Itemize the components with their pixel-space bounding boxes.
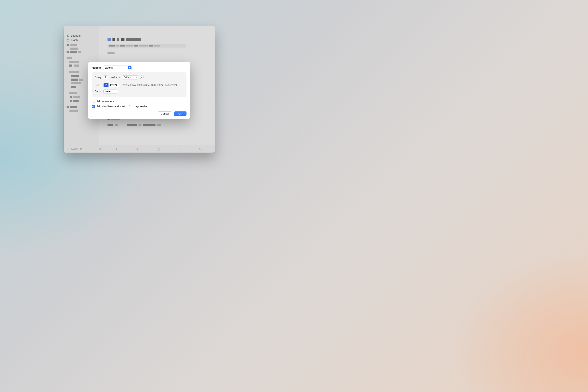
due-label: Due: [95,84,102,87]
new-list-button[interactable]: ＋ New List [64,148,99,150]
sidebar-item-trash[interactable]: Trash [64,38,99,42]
deadlines-prefix: Add deadlines and start [96,105,125,108]
sidebar-item-label: Trash [71,38,78,42]
checkbox-icon [92,105,95,108]
deadlines-suffix: days earlier [134,105,148,108]
new-list-label: New List [71,148,82,150]
every-label: Every [95,76,101,79]
bottom-toolbar: ＋ New List [64,145,215,152]
sidebar-item-label: Logbook [71,34,81,37]
ends-label: Ends: [95,90,102,93]
search-icon[interactable] [199,147,202,151]
weekday-value: Friday [124,76,131,79]
trash-icon [66,39,70,42]
add-deadlines-option[interactable]: Add deadlines and start days earlier [92,104,186,108]
calendar-icon[interactable] [156,147,160,151]
add-weekday-button[interactable]: + [140,76,144,79]
repeat-dialog: Repeat weekly Every weeks on Friday + Du… [88,62,190,119]
plus-icon: + [141,76,143,79]
repeat-frequency-select[interactable]: weekly [103,66,132,70]
every-count-input[interactable] [103,76,108,79]
checkbox-icon [92,100,95,103]
weeks-on-label: weeks on [110,76,120,79]
plus-icon: ＋ [66,148,70,150]
svg-point-3 [99,148,100,149]
chevron-up-down-icon [114,90,117,93]
sidebar-item-logbook[interactable]: Logbook [64,34,99,38]
svg-rect-6 [157,148,160,150]
ok-button[interactable]: OK [174,112,186,116]
due-day: 19 [104,83,108,87]
upcoming-dates: , 26/04/2024, 03/05/2024, 10/05/2024, 17… [121,84,184,87]
move-icon[interactable] [178,147,181,151]
logbook-icon [66,34,70,37]
add-reminders-option[interactable]: Add reminders [92,100,186,103]
settings-icon[interactable] [98,147,102,151]
svg-point-4 [100,149,100,150]
due-monthyear: 4/2024 [108,84,119,87]
chevron-up-down-icon [128,66,132,69]
weekday-select[interactable]: Friday [122,76,138,80]
add-reminders-label: Add reminders [96,100,114,103]
add-icon[interactable] [114,147,118,151]
deadlines-days-input[interactable] [126,104,132,108]
due-date-field[interactable]: 19 4/2024 [104,83,119,87]
ends-select[interactable]: never [104,90,118,94]
repeat-settings-panel: Every weeks on Friday + Due: 19 4/2024 ,… [92,72,186,97]
repeat-label: Repeat [92,66,101,69]
chevron-up-down-icon [135,76,138,79]
repeat-frequency-value: weekly [105,66,113,69]
cancel-button[interactable]: Cancel [158,112,172,116]
add-boxed-icon[interactable] [136,147,139,151]
ends-value: never [105,90,111,93]
